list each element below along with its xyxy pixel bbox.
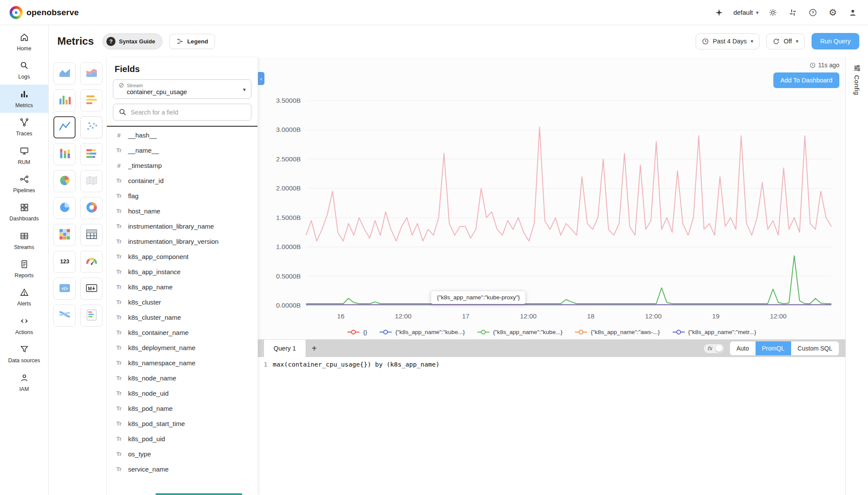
field-name: __name__ [128,147,159,154]
fx-toggle[interactable]: fx [703,344,724,354]
mode-auto-button[interactable]: Auto [730,341,756,355]
topbar-actions: default ▾ ? ⚙ [713,7,858,18]
field-item-flag[interactable]: Trflag [107,188,257,203]
chart-type-markdown[interactable]: M [80,278,102,300]
clock-icon [702,38,709,45]
sidebar-item-reports[interactable]: Reports [0,255,48,283]
chart-type-stacked-area[interactable] [80,62,102,85]
chart-type-line[interactable] [53,116,76,138]
horizontal-scrollbar[interactable] [155,493,242,495]
legend-item[interactable]: {"k8s_app_name":"aws-...} [574,329,660,335]
left-nav: HomeLogsMetricsTracesRUMPipelinesDashboa… [0,25,49,495]
theme-toggle-sun-icon[interactable] [767,7,779,18]
field-item-k8s_pod_uid[interactable]: Trk8s_pod_uid [107,431,257,446]
sidebar-item-logs[interactable]: Logs [0,56,48,84]
chart-type-metric-text[interactable]: 123 [53,251,76,273]
sidebar-item-iam[interactable]: IAM [0,368,48,397]
sidebar-item-label: Streams [14,244,34,250]
chart-type-horizontal-bar[interactable] [80,89,102,111]
sidebar-item-label: Metrics [15,102,33,108]
chart-type-sankey[interactable] [53,305,76,327]
field-item-service_name[interactable]: Trservice_name [107,462,257,477]
legend-button[interactable]: Legend [169,34,215,49]
sidebar-item-rum[interactable]: RUM [0,141,48,170]
field-item-k8s_cluster[interactable]: Trk8s_cluster [107,295,257,310]
user-profile-icon[interactable] [847,7,858,18]
last-updated-text: 11s ago [818,62,839,69]
legend-item[interactable]: {"k8s_app_name":"kube...} [477,329,562,335]
field-item-k8s_app_name[interactable]: Trk8s_app_name [107,279,257,295]
chart-type-area[interactable] [53,62,76,85]
chart-type-bar[interactable] [53,89,76,111]
sidebar-item-metrics[interactable]: Metrics [0,85,48,113]
chart-type-heatmap[interactable] [53,224,76,246]
chart-type-geomap[interactable] [80,170,102,192]
field-item-k8s_app_instance[interactable]: Trk8s_app_instance [107,264,257,279]
chart-type-custom-chart[interactable] [80,305,102,327]
chart-type-html-editor[interactable]: </> [53,278,76,300]
refresh-value: Off [784,38,792,45]
chart-type-scatter[interactable] [80,116,102,138]
field-item-instrumentation_library_version[interactable]: Trinstrumentation_library_version [107,234,257,249]
field-item-k8s_cluster_name[interactable]: Trk8s_cluster_name [107,310,257,325]
legend-marker-icon [672,329,685,335]
collapse-fields-handle[interactable]: ‹ [258,72,264,85]
chart-type-donut[interactable] [80,197,102,219]
legend-item[interactable]: {"k8s_app_name":"metr...} [672,329,756,335]
field-item-k8s_pod_name[interactable]: Trk8s_pod_name [107,401,257,416]
query-tab[interactable]: Query 1 [264,340,306,357]
sidebar-item-streams[interactable]: Streams [0,226,48,255]
legend-item[interactable]: {} [347,329,367,335]
time-range-picker[interactable]: Past 4 Days ▾ [696,33,759,49]
stacked-bar-chart-icon [58,147,72,162]
config-tab[interactable]: Config [853,64,861,95]
sidebar-item-actions[interactable]: Actions [0,311,48,340]
slack-icon[interactable] [787,7,799,18]
field-item-k8s_container_name[interactable]: Trk8s_container_name [107,325,257,340]
query-text[interactable]: max(container_cpu_usage{}) by (k8s_app_n… [273,361,439,368]
field-item-__hash__[interactable]: #__hash__ [107,128,257,143]
metrics-line-chart[interactable]: 0.0000B0.5000B1.0000B1.5000B2.0000B2.500… [264,90,839,325]
sidebar-item-traces[interactable]: Traces [0,113,48,141]
chart-type-pie[interactable] [53,197,76,219]
field-item-host_name[interactable]: Trhost_name [107,203,257,219]
sidebar-item-pipelines[interactable]: Pipelines [0,170,48,198]
field-item-k8s_node_uid[interactable]: Trk8s_node_uid [107,386,257,401]
chart-type-stacked-bar[interactable] [53,143,76,165]
run-query-button[interactable]: Run Query [812,33,859,49]
field-item-k8s_deployment_name[interactable]: Trk8s_deployment_name [107,340,257,355]
add-query-button[interactable]: + [306,340,323,357]
syntax-guide-button[interactable]: ? Syntax Guide [102,33,162,49]
field-name: instrumentation_library_name [128,223,214,230]
field-item-os_type[interactable]: Tros_type [107,446,257,462]
mode-custom-sql-button[interactable]: Custom SQL [791,341,839,355]
ai-sparkle-icon[interactable] [713,7,725,18]
sidebar-item-alerts[interactable]: Alerts [0,283,48,311]
field-item-container_id[interactable]: Trcontainer_id [107,173,257,188]
field-item-k8s_pod_start_time[interactable]: Trk8s_pod_start_time [107,416,257,431]
legend-item[interactable]: {"k8s_app_name":"kube...} [379,329,465,335]
add-to-dashboard-button[interactable]: Add To Dashboard [773,72,839,88]
sidebar-item-dashboards[interactable]: Dashboards [0,198,48,226]
org-selector[interactable]: default ▾ [733,9,759,16]
field-item-_timestamp[interactable]: #_timestamp [107,158,257,173]
auto-refresh-picker[interactable]: Off ▾ [766,33,805,49]
field-item-__name__[interactable]: Tr__name__ [107,143,257,158]
sidebar-item-data-sources[interactable]: Data sources [0,340,48,368]
stream-selector[interactable]: Stream container_cpu_usage ▾ [113,79,251,99]
field-item-k8s_app_component[interactable]: Trk8s_app_component [107,249,257,264]
field-item-instrumentation_library_name[interactable]: Trinstrumentation_library_name [107,219,257,234]
settings-gear-icon[interactable]: ⚙ [827,7,838,18]
mode-promql-button[interactable]: PromQL [756,341,791,355]
field-item-k8s_namespace_name[interactable]: Trk8s_namespace_name [107,355,257,370]
chart-type-horizontal-stacked-bar[interactable] [80,143,102,165]
chart-type-pie-multi[interactable] [53,170,76,192]
help-icon[interactable]: ? [807,7,818,18]
query-code-area[interactable]: 1 max(container_cpu_usage{}) by (k8s_app… [258,357,845,495]
chart-type-gauge[interactable] [80,251,102,273]
chevron-down-icon: ▾ [796,38,799,44]
chart-type-table[interactable] [80,224,102,246]
field-item-k8s_node_name[interactable]: Trk8s_node_name [107,370,257,386]
sidebar-item-home[interactable]: Home [0,28,48,56]
field-search-input[interactable] [131,109,246,116]
